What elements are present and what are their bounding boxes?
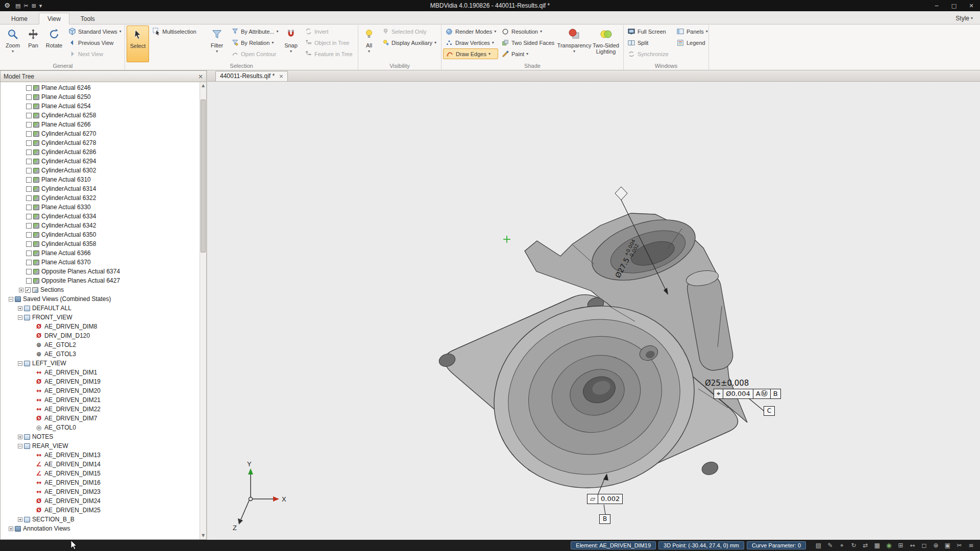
tree-item[interactable]: +✓Sections	[1, 285, 200, 294]
expand-icon[interactable]: +	[18, 306, 22, 311]
tree-item[interactable]: CylinderActual 6342	[1, 221, 200, 230]
flatness-feature-control-frame[interactable]: ▱ 0.002	[587, 494, 623, 504]
datum-c-label[interactable]: C	[764, 406, 775, 416]
tree-item[interactable]: +Annotation Views	[1, 524, 200, 533]
tree-item[interactable]: Plane Actual 6266	[1, 120, 200, 129]
paint-button[interactable]: Paint▾	[499, 48, 558, 59]
diameter-dimension-label[interactable]: Ø25±0.008	[705, 379, 749, 388]
swap-icon[interactable]: ⇄	[861, 542, 870, 549]
tree-item[interactable]: ØAE_DRIVEN_DIM7	[1, 414, 200, 423]
tree-item[interactable]: −FRONT_VIEW	[1, 313, 200, 322]
visibility-checkbox[interactable]	[26, 205, 32, 210]
select-button[interactable]: Select	[127, 26, 149, 62]
open-contour-button[interactable]: Open Contour	[229, 48, 280, 59]
next-view-button[interactable]: Next View	[66, 48, 123, 59]
expand-icon[interactable]: +	[18, 435, 22, 439]
app-logo-icon[interactable]: ⚙	[2, 2, 12, 10]
3d-model-view[interactable]: Y X Z	[207, 82, 980, 540]
measure-icon[interactable]: ↔	[908, 542, 917, 549]
expand-icon[interactable]: +	[18, 517, 22, 522]
tree-item[interactable]: ØAE_DRIVEN_DIM24	[1, 496, 200, 506]
all-button[interactable]: All▾	[360, 26, 378, 62]
tree-item[interactable]: ↔AE_DRIVEN_DIM1	[1, 368, 200, 377]
visibility-checkbox[interactable]	[26, 260, 32, 265]
tree-item[interactable]: ØAE_DRIVEN_DIM19	[1, 377, 200, 386]
tree-item[interactable]: −Saved Views (Combined States)	[1, 294, 200, 304]
tools-icon[interactable]: ⊞	[32, 3, 36, 9]
standard-views-button[interactable]: Standard Views▾	[66, 26, 123, 37]
two-sided-lighting-button[interactable]: Two-Sided Lighting	[590, 26, 622, 62]
tree-item[interactable]: +NOTES	[1, 432, 200, 441]
tree-item[interactable]: CylinderActual 6278	[1, 138, 200, 147]
tree-item[interactable]: ∠AE_DRIVEN_DIM15	[1, 469, 200, 478]
visibility-checkbox[interactable]	[26, 177, 32, 183]
split-button[interactable]: Split	[625, 37, 673, 48]
by-attribute-button[interactable]: By Attribute...▾	[229, 26, 280, 37]
snap-button[interactable]: Snap▾	[281, 26, 301, 62]
tree-item[interactable]: ⊕AE_GTOL3	[1, 349, 200, 359]
minimize-button[interactable]: ─	[928, 0, 945, 11]
tree-item[interactable]: ↔AE_DRIVEN_DIM23	[1, 487, 200, 496]
position-icon[interactable]: ⊕	[931, 542, 941, 549]
tree-item[interactable]: Plane Actual 6330	[1, 203, 200, 212]
layers-icon[interactable]: ⊞	[896, 542, 905, 549]
two-sided-faces-button[interactable]: Two Sided Faces	[499, 37, 558, 48]
tree-item[interactable]: CylinderActual 6334	[1, 212, 200, 221]
close-button[interactable]: ✕	[963, 0, 980, 11]
style-menu[interactable]: Style ▾	[955, 15, 973, 24]
tab-close-icon[interactable]: ×	[279, 73, 283, 80]
visibility-checkbox[interactable]	[26, 214, 32, 219]
tree-item[interactable]: CylinderActual 6322	[1, 193, 200, 203]
tree-item[interactable]: ⊕AE_GTOL2	[1, 340, 200, 349]
visibility-checkbox[interactable]	[26, 232, 32, 238]
visibility-checkbox[interactable]	[26, 94, 32, 100]
visibility-checkbox[interactable]	[26, 122, 32, 128]
tab-home[interactable]: Home	[3, 13, 36, 24]
tree-scrollbar[interactable]: ▲ ▼	[200, 82, 206, 539]
grid-icon[interactable]: ▦	[872, 542, 882, 549]
tree-item[interactable]: ØAE_DRIVEN_DIM25	[1, 506, 200, 515]
scroll-down-icon[interactable]: ▼	[200, 532, 206, 539]
panels-button[interactable]: Panels▾	[674, 26, 707, 37]
tree-item[interactable]: ØDRV_DIM_D120	[1, 331, 200, 340]
feature-in-tree-button[interactable]: Feature in Tree	[302, 48, 356, 59]
expand-icon[interactable]: +	[19, 288, 23, 292]
previous-view-button[interactable]: Previous View	[66, 37, 123, 48]
panel-close-icon[interactable]: ×	[198, 73, 203, 80]
tree-item[interactable]: CylinderActual 6294	[1, 157, 200, 166]
qat-dropdown-icon[interactable]: ▾	[39, 3, 42, 9]
render-modes-button[interactable]: Render Modes▾	[443, 26, 498, 37]
tree-item[interactable]: Plane Actual 6370	[1, 258, 200, 267]
collapse-icon[interactable]: −	[18, 315, 22, 320]
tree-item[interactable]: +DEFAULT ALL	[1, 304, 200, 313]
tree-item[interactable]: CylinderActual 6350	[1, 230, 200, 239]
tree-item[interactable]: ØAE_DRIVEN_DIM8	[1, 322, 200, 331]
collapse-icon[interactable]: −	[18, 444, 22, 448]
pan-button[interactable]: Pan	[24, 26, 42, 62]
tree-item[interactable]: Plane Actual 6254	[1, 102, 200, 111]
annotation-icon[interactable]: ▤	[814, 542, 823, 549]
scroll-up-icon[interactable]: ▲	[200, 82, 206, 89]
visibility-checkbox[interactable]	[26, 241, 32, 247]
tree-item[interactable]: CylinderActual 6358	[1, 239, 200, 248]
datum-b-label[interactable]: B	[599, 514, 610, 524]
tree-item[interactable]: −REAR_VIEW	[1, 441, 200, 450]
scissors-icon[interactable]: ✂	[23, 3, 28, 9]
display-auxiliary-button[interactable]: Display Auxiliary▾	[379, 37, 439, 48]
tree-item[interactable]: ↔AE_DRIVEN_DIM13	[1, 450, 200, 460]
tree-item[interactable]: Opposite Planes Actual 6427	[1, 276, 200, 285]
full-screen-button[interactable]: Full Screen	[625, 26, 673, 37]
tree-item[interactable]: ↔AE_DRIVEN_DIM20	[1, 386, 200, 395]
tree-item[interactable]: CylinderActual 6270	[1, 129, 200, 138]
tab-tools[interactable]: Tools	[72, 13, 103, 24]
tree-item[interactable]: +SECTION_B_B	[1, 515, 200, 524]
visibility-checkbox[interactable]	[26, 85, 32, 91]
document-tab[interactable]: 440011-Results.qif * ×	[215, 71, 288, 81]
tree-item[interactable]: CylinderActual 6314	[1, 184, 200, 193]
tree-item[interactable]: Plane Actual 6250	[1, 92, 200, 102]
tree-item[interactable]: Opposite Planes Actual 6374	[1, 267, 200, 276]
panel-icon[interactable]: ▣	[943, 542, 952, 549]
tree-item[interactable]: ◎AE_GTOL0	[1, 423, 200, 432]
expand-icon[interactable]: +	[9, 527, 13, 531]
scissors-icon[interactable]: ✂	[954, 542, 964, 549]
